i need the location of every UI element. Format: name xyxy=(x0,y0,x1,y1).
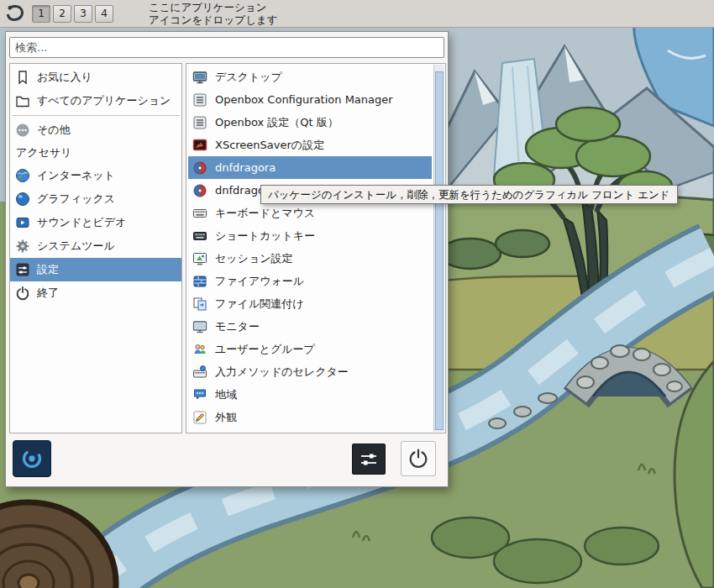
workspace-button-1[interactable]: 1 xyxy=(32,5,50,23)
region-icon xyxy=(192,387,207,402)
keyboard-icon xyxy=(192,206,207,221)
sliders-icon xyxy=(15,262,30,277)
sidebar-item-leave[interactable]: 終了 xyxy=(10,281,181,305)
sliders-icon xyxy=(359,450,379,469)
app-item-label: dnfdragora xyxy=(215,161,276,174)
bookmark-icon xyxy=(15,70,30,85)
app-item-shortcut-keys[interactable]: ショートカットキー xyxy=(188,224,432,247)
panel-drop-hint: ここにアプリケーション アイコンをドロップします xyxy=(149,1,278,26)
app-item-xscreensaver[interactable]: XScreenSaverの設定 xyxy=(188,134,432,156)
power-icon xyxy=(15,286,30,301)
sidebar-item-label: インターネット xyxy=(37,168,115,183)
app-item-label: ファイアウォール xyxy=(215,274,304,289)
power-icon xyxy=(407,448,429,470)
sidebar-item-label: 設定 xyxy=(37,262,59,277)
app-list-scrollbar[interactable] xyxy=(433,65,444,432)
app-item-file-associations[interactable]: ファイル関連付け xyxy=(188,292,432,315)
folder-icon xyxy=(15,93,30,108)
app-item-dnfdragora[interactable]: dnfdragora xyxy=(188,156,432,179)
app-item-label: デスクトップ xyxy=(215,70,282,85)
app-item-label: Openbox 設定（Qt 版） xyxy=(215,115,339,130)
search-input[interactable] xyxy=(9,37,444,58)
sidebar-item-label: アクセサリ xyxy=(16,145,72,160)
app-item-label: ユーザーとグループ xyxy=(215,342,315,357)
app-item-session-settings[interactable]: セッション設定 xyxy=(188,247,432,270)
firewall-icon xyxy=(192,274,207,289)
workspace-button-4[interactable]: 4 xyxy=(95,5,113,23)
sidebar-item-internet[interactable]: インターネット xyxy=(10,164,181,187)
app-item-label: Openbox Configuration Manager xyxy=(215,93,393,106)
sidebar-item-label: 終了 xyxy=(37,286,59,301)
app-menu-swirl-icon[interactable] xyxy=(3,2,27,25)
app-item-openbox-config-manager[interactable]: Openbox Configuration Manager xyxy=(188,88,432,111)
category-pane: お気に入り すべてのアプリケーション その他 アクセサリ インターネット グラフ… xyxy=(9,63,182,433)
sidebar-item-accessories[interactable]: アクセサリ xyxy=(10,142,181,164)
sidebar-item-system-tools[interactable]: システムツール xyxy=(10,234,181,258)
top-panel: 1 2 3 4 ここにアプリケーション アイコンをドロップします xyxy=(0,0,714,28)
tooltip: パッケージのインストール，削除，更新を行うためのグラフィカル フロント エンド xyxy=(260,185,678,204)
dots-icon xyxy=(15,123,30,138)
application-pane: デスクトップ Openbox Configuration Manager Ope… xyxy=(186,63,446,433)
app-item-users-groups[interactable]: ユーザーとグループ xyxy=(188,338,432,360)
sidebar-item-label: すべてのアプリケーション xyxy=(37,93,171,108)
openbox-icon xyxy=(192,92,207,108)
users-icon xyxy=(192,342,207,357)
drop-hint-line1: ここにアプリケーション xyxy=(149,1,278,13)
app-item-firewall[interactable]: ファイアウォール xyxy=(188,270,432,292)
appearance-icon xyxy=(192,410,207,425)
scrollbar-thumb[interactable] xyxy=(435,71,444,430)
sidebar-item-settings[interactable]: 設定 xyxy=(10,258,181,281)
app-item-region[interactable]: 地域 xyxy=(188,383,432,406)
sidebar-separator xyxy=(12,115,180,116)
sidebar-item-label: システムツール xyxy=(37,239,115,254)
app-item-label: セッション設定 xyxy=(215,251,293,266)
app-item-label: 地域 xyxy=(215,387,237,402)
file-association-icon xyxy=(192,297,207,312)
sphere-icon xyxy=(15,192,30,207)
sidebar-item-favorites[interactable]: お気に入り xyxy=(10,66,181,89)
app-item-label: 外観 xyxy=(215,410,237,425)
workspace-button-3[interactable]: 3 xyxy=(74,5,92,23)
application-menu-window: お気に入り すべてのアプリケーション その他 アクセサリ インターネット グラフ… xyxy=(5,31,449,487)
settings-button[interactable] xyxy=(352,444,386,475)
workspace-pager: 1 2 3 4 xyxy=(32,5,113,23)
app-item-openbox-settings-qt[interactable]: Openbox 設定（Qt 版） xyxy=(188,111,432,134)
drop-hint-line2: アイコンをドロップします xyxy=(149,13,278,26)
input-method-icon xyxy=(192,365,207,380)
app-item-label: ファイル関連付け xyxy=(215,297,304,312)
app-item-input-method-selector[interactable]: 入力メソッドのセレクター xyxy=(188,360,432,383)
app-item-label: XScreenSaverの設定 xyxy=(215,138,324,153)
sidebar-item-label: お気に入り xyxy=(37,70,92,85)
sidebar-item-sound-video[interactable]: サウンドとビデオ xyxy=(10,211,181,234)
sidebar-item-label: その他 xyxy=(37,123,71,138)
app-item-monitor[interactable]: モニター xyxy=(188,315,432,338)
sidebar-item-label: サウンドとビデオ xyxy=(37,215,126,230)
distro-swirl-icon xyxy=(18,445,45,472)
app-item-desktop[interactable]: デスクトップ xyxy=(188,66,432,88)
session-icon xyxy=(192,251,207,266)
video-icon xyxy=(15,215,30,230)
sidebar-item-all-applications[interactable]: すべてのアプリケーション xyxy=(10,89,181,113)
app-item-label: キーボードとマウス xyxy=(215,206,315,221)
app-item-label: モニター xyxy=(215,319,260,334)
workspace-button-2[interactable]: 2 xyxy=(53,5,71,23)
monitor-icon xyxy=(192,70,207,85)
globe-icon xyxy=(15,168,30,183)
dnfdragora-icon xyxy=(192,160,207,176)
monitor-icon xyxy=(192,319,207,334)
shortcut-keys-icon xyxy=(192,228,207,244)
openbox-icon xyxy=(192,115,207,130)
app-item-keyboard-mouse[interactable]: キーボードとマウス xyxy=(188,202,432,224)
sidebar-item-other[interactable]: その他 xyxy=(10,118,181,142)
distro-logo-button[interactable] xyxy=(13,440,51,477)
gear-icon xyxy=(15,239,30,254)
sidebar-item-graphics[interactable]: グラフィックス xyxy=(10,187,181,211)
dnfdragora-icon xyxy=(192,183,207,198)
app-item-label: 入力メソッドのセレクター xyxy=(215,365,349,380)
leave-button[interactable] xyxy=(401,441,436,476)
app-item-appearance[interactable]: 外観 xyxy=(188,406,432,428)
xscreensaver-icon xyxy=(192,138,207,153)
app-item-label: ショートカットキー xyxy=(215,228,315,244)
sidebar-item-label: グラフィックス xyxy=(37,192,115,207)
